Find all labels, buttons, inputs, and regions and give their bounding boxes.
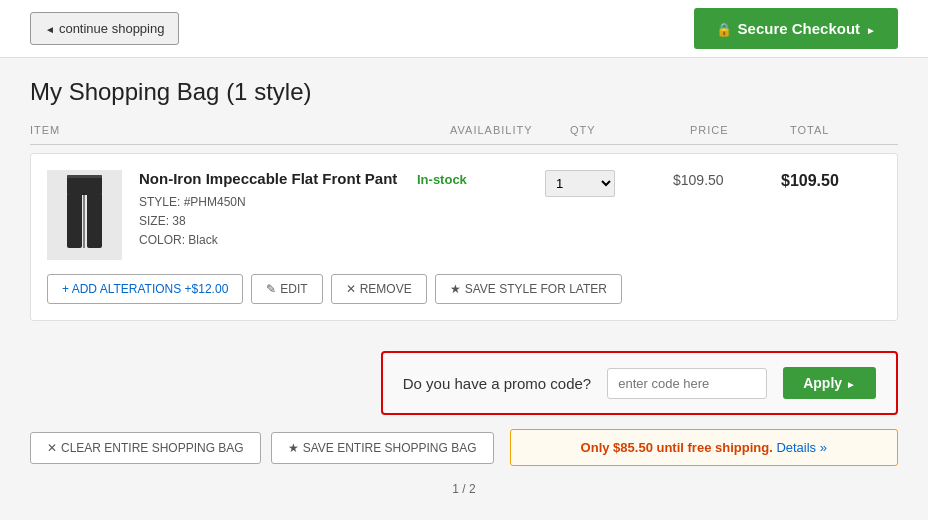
item-style: STYLE: #PHM450N [139, 193, 409, 212]
cart-item-row: Non-Iron Impeccable Flat Front Pant STYL… [30, 153, 898, 321]
item-total: $109.50 [781, 170, 881, 190]
save-for-later-button[interactable]: SAVE STYLE FOR LATER [435, 274, 622, 304]
pagination: 1 / 2 [0, 476, 928, 502]
chevron-left-icon [45, 21, 55, 36]
table-header: ITEM AVAILABILITY QTY PRICE TOTAL [30, 116, 898, 145]
col-qty: QTY [570, 124, 690, 136]
free-shipping-amount: Only $85.50 until free shipping. [581, 440, 773, 455]
item-name: Non-Iron Impeccable Flat Front Pant [139, 170, 409, 187]
lock-icon [716, 20, 732, 37]
item-main: Non-Iron Impeccable Flat Front Pant STYL… [47, 170, 881, 260]
svg-rect-3 [67, 175, 102, 178]
item-image [47, 170, 122, 260]
promo-input[interactable] [607, 368, 767, 399]
edit-button[interactable]: EDIT [251, 274, 322, 304]
qty-container: 1 2 3 4 5 [545, 170, 665, 197]
save-bag-label: SAVE ENTIRE SHOPPING BAG [303, 441, 477, 455]
clear-x-icon [47, 441, 57, 455]
item-actions: + ADD ALTERATIONS +$12.00 EDIT REMOVE SA… [47, 274, 881, 304]
clear-bag-label: CLEAR ENTIRE SHOPPING BAG [61, 441, 244, 455]
apply-chevron-icon [846, 375, 856, 391]
item-color: COLOR: Black [139, 231, 409, 250]
page-title-section: My Shopping Bag (1 style) [0, 58, 928, 116]
star-icon [450, 282, 461, 296]
secure-checkout-button[interactable]: Secure Checkout [694, 8, 898, 49]
bottom-left: CLEAR ENTIRE SHOPPING BAG SAVE ENTIRE SH… [30, 432, 494, 464]
remove-button[interactable]: REMOVE [331, 274, 427, 304]
apply-button[interactable]: Apply [783, 367, 876, 399]
add-alterations-button[interactable]: + ADD ALTERATIONS +$12.00 [47, 274, 243, 304]
x-icon [346, 282, 356, 296]
apply-label: Apply [803, 375, 842, 391]
pants-svg [62, 175, 107, 255]
continue-shopping-button[interactable]: continue shopping [30, 12, 179, 45]
pagination-text: 1 / 2 [452, 482, 475, 496]
item-meta: STYLE: #PHM450N SIZE: 38 COLOR: Black [139, 193, 409, 251]
col-availability: AVAILABILITY [450, 124, 570, 136]
qty-select[interactable]: 1 2 3 4 5 [545, 170, 615, 197]
promo-label: Do you have a promo code? [403, 375, 591, 392]
continue-shopping-label: continue shopping [59, 21, 165, 36]
clear-bag-button[interactable]: CLEAR ENTIRE SHOPPING BAG [30, 432, 261, 464]
chevron-right-icon [866, 20, 876, 37]
item-price: $109.50 [673, 170, 773, 188]
svg-rect-2 [87, 193, 102, 248]
svg-rect-1 [67, 193, 82, 248]
item-size: SIZE: 38 [139, 212, 409, 231]
page-title: My Shopping Bag (1 style) [30, 78, 898, 106]
item-details: Non-Iron Impeccable Flat Front Pant STYL… [135, 170, 409, 251]
bottom-bar: CLEAR ENTIRE SHOPPING BAG SAVE ENTIRE SH… [30, 429, 898, 476]
availability-badge: In-stock [417, 170, 537, 187]
add-alterations-label: + ADD ALTERATIONS +$12.00 [62, 282, 228, 296]
edit-label: EDIT [280, 282, 307, 296]
col-item: ITEM [30, 124, 450, 136]
free-shipping-notice: Only $85.50 until free shipping. Details… [510, 429, 898, 466]
details-link[interactable]: Details » [776, 440, 827, 455]
remove-label: REMOVE [360, 282, 412, 296]
main-content: ITEM AVAILABILITY QTY PRICE TOTAL Non-Ir… [0, 116, 928, 476]
pencil-icon [266, 282, 276, 296]
save-star-icon [288, 441, 299, 455]
top-bar: continue shopping Secure Checkout [0, 0, 928, 58]
col-price: PRICE [690, 124, 790, 136]
secure-checkout-label: Secure Checkout [738, 20, 861, 37]
col-total: TOTAL [790, 124, 890, 136]
save-bag-button[interactable]: SAVE ENTIRE SHOPPING BAG [271, 432, 494, 464]
details-label: Details » [776, 440, 827, 455]
save-for-later-label: SAVE STYLE FOR LATER [465, 282, 607, 296]
promo-section: Do you have a promo code? Apply [381, 351, 898, 415]
